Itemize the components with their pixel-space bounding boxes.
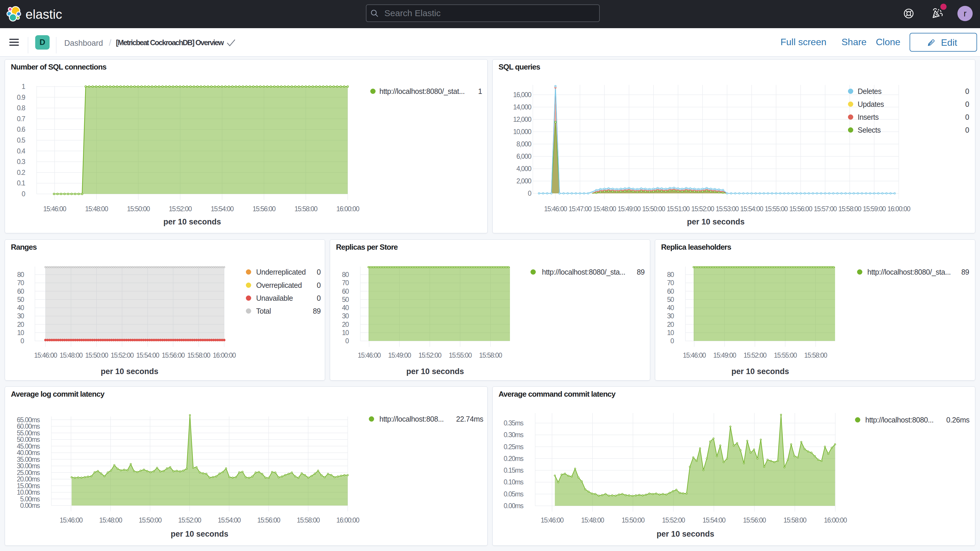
svg-text:40: 40 xyxy=(17,304,24,312)
svg-text:50: 50 xyxy=(667,296,674,303)
svg-text:Underreplicated: Underreplicated xyxy=(256,268,306,276)
svg-text:0: 0 xyxy=(317,281,321,289)
svg-text:Selects: Selects xyxy=(858,126,881,134)
svg-text:0.6: 0.6 xyxy=(17,126,25,133)
svg-text:0.25ms: 0.25ms xyxy=(504,443,523,451)
svg-text:89: 89 xyxy=(637,268,644,276)
svg-text:http://localhost:8080/_sta...: http://localhost:8080/_sta... xyxy=(542,268,625,276)
svg-text:10,000: 10,000 xyxy=(513,128,531,135)
svg-text:15:48:00: 15:48:00 xyxy=(85,205,108,213)
svg-text:Unavailable: Unavailable xyxy=(256,294,293,302)
svg-text:Overreplicated: Overreplicated xyxy=(256,281,302,289)
svg-text:0.1: 0.1 xyxy=(17,179,25,187)
svg-text:0.4: 0.4 xyxy=(17,147,25,155)
svg-text:20: 20 xyxy=(17,321,24,328)
svg-text:35.00ms: 35.00ms xyxy=(17,455,40,463)
svg-text:40.00ms: 40.00ms xyxy=(17,449,40,457)
svg-text:15:58:00: 15:58:00 xyxy=(479,352,502,359)
svg-text:0.26ms: 0.26ms xyxy=(946,416,969,424)
svg-text:15:58:00: 15:58:00 xyxy=(297,516,320,524)
svg-text:15:54:00: 15:54:00 xyxy=(211,205,234,213)
svg-text:16:00:00: 16:00:00 xyxy=(213,352,235,359)
svg-text:22.74ms: 22.74ms xyxy=(456,415,483,423)
svg-text:0: 0 xyxy=(965,100,969,108)
svg-text:per 10 seconds: per 10 seconds xyxy=(164,217,221,226)
svg-text:1: 1 xyxy=(22,83,25,90)
svg-text:0.10ms: 0.10ms xyxy=(504,478,523,486)
svg-text:15:54:00: 15:54:00 xyxy=(218,516,240,524)
svg-text:15:56:00: 15:56:00 xyxy=(257,516,280,524)
svg-text:0: 0 xyxy=(670,337,674,345)
svg-text:50: 50 xyxy=(17,296,24,303)
svg-text:15:54:00: 15:54:00 xyxy=(136,352,159,359)
svg-text:5.00ms: 5.00ms xyxy=(20,495,40,503)
svg-text:70: 70 xyxy=(667,279,674,287)
svg-text:15:56:00: 15:56:00 xyxy=(789,205,812,213)
svg-text:1: 1 xyxy=(478,87,482,96)
svg-text:0: 0 xyxy=(528,190,531,197)
svg-text:15:58:00: 15:58:00 xyxy=(187,352,210,359)
svg-text:0: 0 xyxy=(965,87,969,96)
svg-text:15:50:00: 15:50:00 xyxy=(622,516,644,524)
svg-text:14,000: 14,000 xyxy=(513,103,531,111)
svg-text:15:56:00: 15:56:00 xyxy=(743,516,766,524)
svg-text:15:52:00: 15:52:00 xyxy=(691,205,714,213)
svg-text:70: 70 xyxy=(342,279,348,287)
svg-text:15:46:00: 15:46:00 xyxy=(34,352,57,359)
svg-text:60: 60 xyxy=(17,288,24,295)
svg-text:per 10 seconds: per 10 seconds xyxy=(657,530,714,538)
svg-text:15:55:00: 15:55:00 xyxy=(765,205,788,213)
svg-text:10: 10 xyxy=(17,329,24,336)
svg-text:89: 89 xyxy=(961,268,969,276)
svg-text:http://localhost:8080/_stat...: http://localhost:8080/_stat... xyxy=(379,87,465,96)
svg-text:per 10 seconds: per 10 seconds xyxy=(406,367,464,376)
svg-text:15:52:00: 15:52:00 xyxy=(662,516,685,524)
svg-text:0: 0 xyxy=(22,190,25,198)
svg-text:20: 20 xyxy=(342,321,348,328)
svg-text:15:52:00: 15:52:00 xyxy=(111,352,134,359)
svg-text:0.05ms: 0.05ms xyxy=(504,490,523,498)
svg-text:15:58:00: 15:58:00 xyxy=(804,352,827,359)
svg-text:15:52:00: 15:52:00 xyxy=(178,516,201,524)
svg-text:15:56:00: 15:56:00 xyxy=(253,205,275,213)
svg-text:0.8: 0.8 xyxy=(17,104,25,112)
svg-text:50: 50 xyxy=(342,296,348,303)
svg-text:30: 30 xyxy=(667,312,674,320)
svg-text:0.20ms: 0.20ms xyxy=(504,455,523,462)
svg-text:15:48:00: 15:48:00 xyxy=(593,205,616,213)
svg-text:http://localhost:8080...: http://localhost:8080... xyxy=(865,416,934,424)
svg-text:6,000: 6,000 xyxy=(516,153,531,160)
svg-text:70: 70 xyxy=(17,279,24,287)
svg-text:15:48:00: 15:48:00 xyxy=(60,352,83,359)
svg-text:Deletes: Deletes xyxy=(858,87,881,96)
svg-text:60.00ms: 60.00ms xyxy=(17,422,40,430)
svg-text:15:47:00: 15:47:00 xyxy=(569,205,592,213)
svg-text:15:46:00: 15:46:00 xyxy=(683,352,706,359)
svg-text:65.00ms: 65.00ms xyxy=(17,416,40,424)
svg-text:15:53:00: 15:53:00 xyxy=(716,205,738,213)
svg-text:10: 10 xyxy=(342,329,348,336)
svg-text:80: 80 xyxy=(667,271,674,279)
svg-text:10.00ms: 10.00ms xyxy=(17,489,40,496)
svg-text:16:00:00: 16:00:00 xyxy=(336,516,359,524)
svg-text:0.15ms: 0.15ms xyxy=(504,467,523,474)
svg-text:16:00:00: 16:00:00 xyxy=(824,516,847,524)
svg-text:0.30ms: 0.30ms xyxy=(504,431,523,439)
svg-text:15:55:00: 15:55:00 xyxy=(774,352,797,359)
svg-text:0.00ms: 0.00ms xyxy=(20,502,40,510)
svg-text:15:58:00: 15:58:00 xyxy=(294,205,318,213)
svg-text:0.3: 0.3 xyxy=(17,158,25,166)
svg-text:15:46:00: 15:46:00 xyxy=(544,205,567,213)
svg-text:80: 80 xyxy=(342,271,348,279)
svg-text:15:50:00: 15:50:00 xyxy=(127,205,150,213)
svg-text:http://localhost:8080/_sta...: http://localhost:8080/_sta... xyxy=(867,268,951,276)
svg-text:15:48:00: 15:48:00 xyxy=(581,516,604,524)
svg-text:10: 10 xyxy=(667,329,674,336)
svg-text:0: 0 xyxy=(317,268,321,276)
svg-text:40: 40 xyxy=(342,304,348,312)
svg-text:15:50:00: 15:50:00 xyxy=(85,352,108,359)
svg-text:15:56:00: 15:56:00 xyxy=(162,352,185,359)
svg-text:30.00ms: 30.00ms xyxy=(17,462,40,470)
svg-text:15:48:00: 15:48:00 xyxy=(99,516,122,524)
svg-text:4,000: 4,000 xyxy=(516,165,531,172)
